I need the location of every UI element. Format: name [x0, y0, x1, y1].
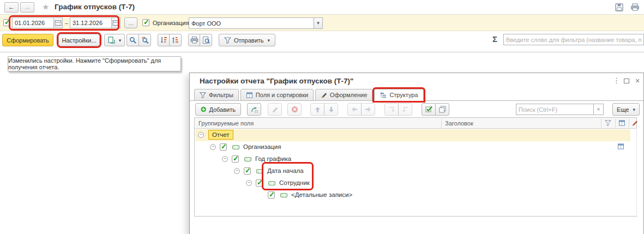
- tree-item-label[interactable]: Дата начала: [267, 167, 304, 174]
- group-move-button[interactable]: [247, 103, 261, 116]
- dialog-more-icon[interactable]: ⋮: [613, 76, 620, 85]
- report-settings-dialog: Настройки отчета "График отпусков (Т-7)"…: [189, 73, 644, 234]
- favorite-star-icon[interactable]: ★: [42, 2, 49, 12]
- app-window: ← → ★ График отпусков (Т-7) – ... Органи…: [0, 0, 644, 234]
- move-down-button[interactable]: [324, 103, 338, 116]
- org-checkbox[interactable]: [142, 19, 149, 26]
- tab-filters[interactable]: Фильтры: [194, 89, 239, 101]
- report-variants-button[interactable]: [104, 34, 125, 46]
- tree-item-label[interactable]: Организация: [243, 143, 281, 150]
- send-funnel-icon: [224, 37, 231, 44]
- tree-item-label[interactable]: Год графика: [255, 155, 291, 162]
- funnel-icon: [200, 92, 206, 98]
- delete-icon: [291, 106, 298, 113]
- calendar-icon[interactable]: [111, 17, 121, 28]
- row-checkbox[interactable]: [232, 155, 239, 163]
- collapse-icon[interactable]: [222, 156, 228, 162]
- dialog-toolbar-more-button[interactable]: Еще: [612, 103, 640, 116]
- calendar-icon[interactable]: [53, 17, 63, 28]
- period-separator: –: [65, 20, 68, 26]
- generate-button[interactable]: Сформировать: [2, 34, 53, 46]
- collapse-icon[interactable]: [210, 144, 216, 150]
- move-left-button[interactable]: [347, 103, 362, 116]
- period-from-input[interactable]: [12, 17, 54, 28]
- group-move-icon: [251, 106, 258, 113]
- row-checkbox[interactable]: [268, 191, 275, 199]
- back-button[interactable]: ←: [4, 2, 19, 13]
- table-scrollbar[interactable]: [636, 128, 637, 216]
- quick-filter-input[interactable]: [503, 34, 644, 45]
- search-icon: [129, 37, 136, 44]
- row-checkbox[interactable]: [220, 143, 227, 151]
- tab-fields-sorting[interactable]: Поля и сортировки: [240, 89, 314, 101]
- grouping-icon: [268, 181, 275, 185]
- col-fields-icon[interactable]: [618, 120, 625, 126]
- delete-button[interactable]: [287, 103, 302, 116]
- tab-appearance[interactable]: Оформление: [315, 89, 372, 101]
- page-title: График отпусков (Т-7): [55, 3, 135, 11]
- col-filter-icon[interactable]: [605, 120, 611, 126]
- col-grouping-header[interactable]: Группируемые поля: [198, 120, 254, 127]
- tree-item-label[interactable]: <Детальные записи>: [291, 191, 352, 198]
- dialog-maximize-icon[interactable]: [624, 79, 629, 83]
- send-button[interactable]: Отправить: [219, 34, 275, 46]
- grouping-icon: [280, 193, 287, 197]
- org-dropdown-arrow-icon[interactable]: ▾: [314, 17, 323, 29]
- forward-button[interactable]: →: [20, 2, 34, 13]
- dialog-close-icon[interactable]: ×: [635, 76, 640, 85]
- move-out-of-group-button[interactable]: [398, 103, 412, 116]
- settings-changed-notice: Изменились настройки. Нажмите "Сформиров…: [8, 56, 181, 71]
- print-preview-icon: [202, 37, 210, 44]
- print-icon[interactable]: [630, 3, 640, 11]
- move-into-group-button[interactable]: [384, 103, 399, 116]
- move-right-button[interactable]: [361, 103, 375, 116]
- tree-item-label[interactable]: Сотрудник: [279, 179, 310, 186]
- search-button[interactable]: [127, 34, 139, 46]
- tree-row-report[interactable]: Отчет: [195, 129, 630, 141]
- header-bar: ← → ★ График отпусков (Т-7): [0, 0, 644, 15]
- move-up-button[interactable]: [310, 103, 324, 116]
- org-label: Организация:: [153, 20, 190, 26]
- tree-row-start-date[interactable]: Дата начала: [195, 165, 630, 177]
- collapse-icon[interactable]: [246, 180, 252, 186]
- structure-table: Группируемые поля Заголовок От: [194, 117, 637, 217]
- tree-item-label[interactable]: Отчет: [208, 130, 233, 140]
- tree-row-detail-records[interactable]: <Детальные записи>: [195, 189, 630, 201]
- pencil-icon: [321, 92, 327, 98]
- edit-button[interactable]: [268, 103, 282, 116]
- search-clear-icon[interactable]: ×: [594, 104, 604, 115]
- save-icon[interactable]: [615, 3, 624, 11]
- tree-row-organization[interactable]: Организация: [195, 141, 630, 153]
- col-appearance-icon[interactable]: [631, 120, 638, 126]
- print-preview-button[interactable]: [200, 34, 212, 46]
- tree-row-employee[interactable]: Сотрудник: [195, 177, 630, 189]
- dialog-footer: Вид: Простой Расширенный ? Закрыть и сфо…: [190, 218, 643, 234]
- collapse-icon[interactable]: [234, 168, 240, 174]
- print-button[interactable]: [188, 34, 201, 46]
- period-checkbox[interactable]: [3, 19, 10, 26]
- row-checkbox[interactable]: [244, 167, 251, 175]
- row-checkbox[interactable]: [256, 179, 263, 187]
- tree-row-schedule-year[interactable]: Год графика: [195, 153, 630, 165]
- tab-structure[interactable]: Структура: [374, 89, 423, 101]
- uncheck-all-button[interactable]: [435, 103, 449, 116]
- row-fields-icon[interactable]: [617, 143, 624, 149]
- search-settings-button[interactable]: [139, 34, 151, 46]
- sum-sigma-icon[interactable]: Σ: [492, 34, 497, 44]
- grouping-icon: [232, 145, 239, 149]
- dialog-search-input[interactable]: [516, 104, 594, 115]
- add-button[interactable]: Добавить: [195, 103, 241, 116]
- collapse-icon[interactable]: [198, 132, 204, 138]
- collapse-groups-button[interactable]: [158, 34, 170, 46]
- org-input[interactable]: [189, 17, 314, 29]
- expand-groups-button[interactable]: [169, 34, 182, 46]
- period-to-input[interactable]: [70, 17, 112, 28]
- add-plus-icon: [201, 106, 206, 113]
- check-all-button[interactable]: [422, 103, 436, 116]
- dialog-title: Настройки отчета "График отпусков (Т-7)": [200, 77, 353, 85]
- settings-button[interactable]: Настройки...: [58, 34, 100, 46]
- col-header-header[interactable]: Заголовок: [445, 120, 473, 127]
- check-all-icon: [425, 106, 432, 113]
- fields-icon: [246, 92, 253, 98]
- period-more-button[interactable]: ...: [124, 17, 137, 28]
